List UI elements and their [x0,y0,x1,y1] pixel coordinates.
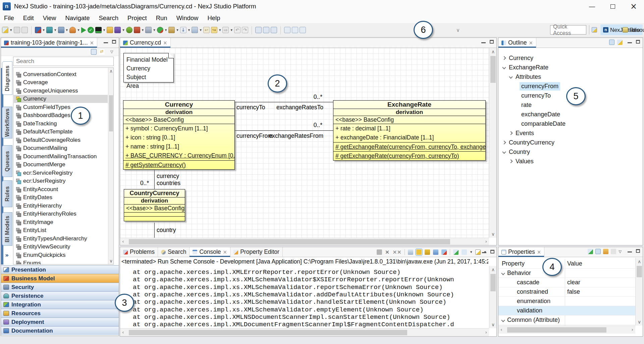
layer-integration[interactable]: Integration [1,300,119,309]
assoc-mult-to[interactable]: 0..* [314,94,322,101]
new-wizard-icon[interactable] [2,27,8,33]
maximize-panel-icon[interactable] [112,40,116,44]
console-vscrollbar[interactable]: ∧ ∨ [489,266,496,328]
class-attribute[interactable]: + rate : decimal [1..1] [333,124,485,133]
property-value[interactable]: clear [567,279,580,286]
undo-icon[interactable]: ↩ [203,27,210,33]
class-operation[interactable]: # getSystemCurrency() [123,160,234,169]
layer-presentation[interactable]: Presentation [1,265,119,274]
chevron-down-icon[interactable] [502,150,506,154]
tree-node-comparableDate[interactable]: comparableDate [498,119,642,128]
chevron-down-icon[interactable] [501,271,505,275]
association-countries-line[interactable] [154,167,155,189]
ui-designer-icon[interactable] [114,27,121,33]
report-caret-icon[interactable]: ▾ [153,28,155,32]
scrollbar-thumb[interactable] [129,239,450,244]
list-item[interactable]: EntityHierarchyRoles [14,210,108,218]
scroll-right-icon[interactable]: › [485,330,487,335]
side-tab-bi-models[interactable]: BI Models [2,212,12,246]
scrollbar-thumb[interactable] [109,95,113,131]
chevron-right-icon[interactable] [502,56,506,60]
maximize-panel-icon[interactable] [490,40,494,44]
class-attribute-static[interactable]: + BASE_CURRENCY : CurrencyEnum [0..1] [123,151,234,160]
list-item[interactable]: DashboardBadges [14,111,108,119]
align-left-icon[interactable] [284,27,290,33]
list-item[interactable]: CustomFieldTypes [14,103,108,111]
scroll-right-icon[interactable]: › [485,239,487,244]
menu-search[interactable]: Search [99,14,118,22]
list-item[interactable]: ConversationContext [14,70,108,78]
server-caret-icon[interactable]: ▾ [66,28,68,32]
tab-problems[interactable]: Problems [120,247,158,257]
remove-launch-icon[interactable]: × [385,249,389,255]
attach-caret-icon[interactable]: ▾ [176,28,178,32]
view-menu-caret-icon[interactable]: ▽ [110,50,113,54]
assoc-mult-from[interactable]: 0..* [314,122,322,129]
layer-business-model[interactable]: Business Model [1,274,119,283]
layout-organic-icon[interactable] [271,27,277,33]
list-item-selected[interactable]: Currency [14,95,108,103]
import-caret-icon[interactable]: ▾ [188,28,190,32]
property-value[interactable]: false [567,288,580,295]
list-item[interactable]: Coverage [14,78,108,87]
list-item[interactable]: EntityTypesAndHierarchy [14,235,108,243]
layout-orthogonal-icon[interactable] [263,27,269,33]
list-item[interactable]: EntityViewSecurity [14,243,108,251]
list-item[interactable]: DocumentMerge [14,161,108,169]
side-tab-diagrams[interactable]: Diagrams [2,61,12,95]
link-with-editor-icon[interactable] [91,49,97,55]
scroll-left-icon[interactable]: ‹ [500,327,502,332]
console-launch-caret-icon[interactable]: ▾ [103,28,105,32]
menu-window[interactable]: Window [176,14,199,22]
scheme-run-icon[interactable] [157,27,163,33]
tree-node-attributes[interactable]: Attributes [498,72,642,81]
list-item[interactable]: DefaultCoverageRoles [14,136,108,144]
scroll-lock-icon[interactable] [416,249,422,255]
validate-icon[interactable]: ✓ [88,27,94,33]
close-icon[interactable]: × [529,40,533,46]
scroll-down-icon[interactable]: ∨ [638,320,641,324]
assoc-role-exchangeRatesFrom[interactable]: exchangeRatesFrom [269,132,323,139]
environment-caret-icon[interactable]: ▾ [54,28,56,32]
tab-search[interactable]: Search [158,247,190,257]
open-console-icon[interactable] [475,249,481,255]
import-icon[interactable]: ↓ [180,27,186,33]
environment-icon[interactable] [46,27,53,33]
chevron-right-icon[interactable] [509,131,513,135]
menu-run[interactable]: Run [156,14,167,22]
remove-all-launches-icon[interactable]: ×× [392,249,401,255]
user-icon[interactable] [69,27,76,33]
scroll-up-icon[interactable]: ∧ [638,259,641,264]
scrollbar-thumb[interactable] [637,266,642,277]
navigator-search-input[interactable] [13,57,114,66]
assoc-role-currencyFrom[interactable]: currencyFrom [236,132,273,139]
tab-properties[interactable]: Properties × [498,247,544,257]
scroll-left-icon[interactable]: ‹ [122,330,124,335]
menu-project[interactable]: Project [127,14,147,22]
table-mode-icon[interactable] [611,249,616,254]
console-output[interactable]: at org.apache.xerces.impl.XMLErrorReport… [120,267,489,328]
layer-deployment[interactable]: Deployment [1,318,119,326]
redo-icon[interactable]: ↪ [211,27,217,33]
navigator-tab[interactable]: training-103-jade (training-1... × [1,38,97,48]
tab-property-editor[interactable]: Property Editor [230,247,283,257]
menu-navigate[interactable]: Navigate [65,14,90,22]
server-icon[interactable] [58,27,64,33]
save-icon[interactable] [14,27,20,33]
property-row-validation[interactable]: validation [498,306,635,316]
properties-hscrollbar[interactable]: ‹ › [498,326,635,334]
scroll-down-icon[interactable]: ∨ [491,232,495,236]
window-close-button[interactable]: × [623,0,644,13]
publish-icon[interactable] [134,27,140,33]
perspective-resource-button[interactable]: Resource [620,24,644,35]
tree-node-values[interactable]: Values [498,157,642,166]
layer-resources[interactable]: Resources [1,309,119,318]
association-country-line[interactable] [154,223,155,238]
t​ree-node-exchange-rate[interactable]: ExchangeRate [498,63,642,72]
layer-documentation[interactable]: Documentation [1,326,119,335]
tree-node-exchangeDate[interactable]: exchangeDate [498,110,642,119]
list-item[interactable]: ecr:UserRegistry [14,177,108,185]
list-item[interactable]: DefaultActTemplate [14,128,108,136]
chevron-right-icon[interactable] [502,140,506,144]
assoc-role-exchangeRatesTo[interactable]: exchangeRatesTo [276,104,323,111]
